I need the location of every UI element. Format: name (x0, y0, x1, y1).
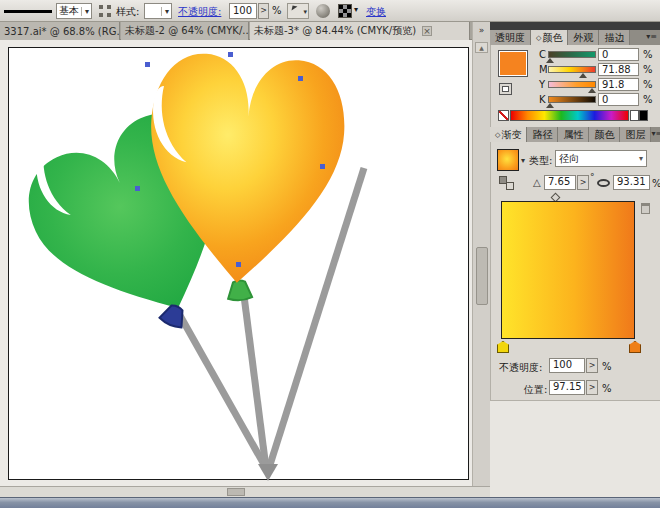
tab-stroke[interactable]: 描边 (599, 30, 630, 45)
tab-attributes[interactable]: 属性 (558, 127, 589, 142)
stroke-preview (4, 10, 52, 13)
transform-link[interactable]: 变换 (366, 5, 386, 19)
document-tab-label: 未标题-3* @ 84.44% (CMYK/预览) (254, 24, 416, 38)
angle-icon: △ (533, 177, 541, 188)
cyan-slider[interactable] (548, 51, 596, 58)
document-tab-label: 未标题-2 @ 64% (CMYK/... (125, 24, 249, 38)
tab-transparency[interactable]: 透明度 (490, 30, 531, 45)
vertical-scroll-up-arrow[interactable]: ▲ (475, 42, 488, 53)
slider-thumb[interactable] (546, 103, 554, 108)
panel-cycle-icon: ◇ (536, 34, 541, 42)
gradient-thumbnail[interactable] (497, 149, 519, 171)
style-dropdown[interactable]: ▾ (144, 3, 172, 19)
reference-point-icon[interactable] (338, 4, 352, 18)
control-bar: 基本 ▾ 样式: ▾ 不透明度: 100 > % ▾ ▾ 变换 (0, 0, 660, 22)
chevron-down-icon: ▾ (161, 7, 169, 16)
magenta-slider[interactable] (548, 66, 596, 73)
document-tab-1[interactable]: 3317.ai* @ 68.8% (RG... × (0, 22, 120, 40)
color-panel-body: C 0 % M 71.88 % Y 91.8 % K 0 % (490, 45, 660, 127)
gradient-slider-bar[interactable] (501, 201, 635, 339)
sticks-junction (258, 464, 278, 481)
document-tab-2[interactable]: 未标题-2 @ 64% (CMYK/... × (121, 22, 249, 40)
slider-row-k: K 0 % (491, 93, 660, 108)
slider-row-c: C 0 % (491, 48, 660, 63)
status-bar (0, 497, 660, 508)
opacity-unit: % (272, 5, 282, 16)
type-label: 类型: (529, 154, 552, 168)
vertical-scrollbar-thumb[interactable] (476, 247, 488, 305)
tab-layers[interactable]: 图层 (620, 127, 651, 142)
black-value[interactable]: 0 (598, 93, 639, 106)
none-swatch[interactable] (498, 110, 509, 121)
chevron-down-icon: ▾ (639, 154, 643, 163)
gradient-type-select[interactable]: 径向 ▾ (555, 150, 647, 167)
document-tab-3-active[interactable]: 未标题-3* @ 84.44% (CMYK/预览) × (250, 22, 470, 40)
chevron-down-icon[interactable]: ▾ (521, 156, 525, 165)
cyan-value[interactable]: 0 (598, 48, 639, 61)
delete-stop-icon[interactable] (641, 203, 650, 214)
color-panel-tabs: 透明度 ◇ 颜色 外观 描边 ▾≡ (490, 30, 660, 45)
green-knot[interactable] (227, 280, 252, 301)
aspect-ratio-icon (597, 179, 610, 187)
stop-opacity-input[interactable]: 100 (549, 358, 585, 373)
close-icon[interactable]: × (422, 26, 432, 36)
yellow-value[interactable]: 91.8 (598, 78, 639, 91)
white-swatch[interactable] (630, 110, 639, 121)
select-similar-icon[interactable] (99, 5, 111, 17)
horizontal-scrollbar[interactable] (0, 486, 490, 497)
recolor-artwork-icon[interactable] (316, 4, 330, 18)
stop-opacity-label: 不透明度: (499, 361, 542, 375)
chevron-down-icon: ▾ (303, 8, 307, 16)
canvas-area[interactable] (0, 40, 472, 486)
magenta-value[interactable]: 71.88 (598, 63, 639, 76)
stop-opacity-spinner[interactable]: > (586, 358, 598, 373)
aspect-ratio-input[interactable]: 93.31 (613, 175, 650, 190)
dock-strip: » ▲ (472, 22, 490, 486)
tab-gradient[interactable]: ◇ 渐变 (490, 127, 527, 142)
gradient-stop-yellow[interactable] (497, 341, 509, 353)
gradient-stop-orange[interactable] (629, 341, 641, 353)
gradient-panel-tabs: ◇ 渐变 路径 属性 颜色 图层 ▾≡ (490, 127, 660, 142)
tab-appearance[interactable]: 外观 (568, 30, 599, 45)
slider-row-m: M 71.88 % (491, 63, 660, 78)
opacity-spinner[interactable]: > (258, 3, 269, 19)
gradient-angle-input[interactable]: 7.65 (544, 175, 576, 190)
opacity-input[interactable]: 100 (229, 3, 257, 19)
horizontal-scrollbar-thumb[interactable] (227, 488, 245, 496)
document-tabbar: 3317.ai* @ 68.8% (RG... × 未标题-2 @ 64% (C… (0, 22, 472, 40)
black-slider[interactable] (548, 96, 596, 103)
panel-menu-icon[interactable]: ▾≡ (646, 30, 660, 45)
slider-row-y: Y 91.8 % (491, 78, 660, 93)
angle-spinner[interactable]: > (577, 175, 589, 190)
gradient-panel-body: ▾ 类型: 径向 ▾ △ 7.65 > ° 93.31 % 不透明度: 100 … (490, 142, 660, 400)
artwork-svg (0, 40, 472, 486)
style-label: 样式: (116, 5, 139, 19)
stop-position-spinner[interactable]: > (586, 380, 598, 395)
panel-cycle-icon: ◇ (495, 131, 500, 139)
gradient-type-value: 径向 (559, 152, 579, 166)
chevron-down-icon[interactable]: ▾ (354, 5, 358, 14)
dock-collapse-button[interactable]: » (474, 25, 489, 37)
stop-position-label: 位置: (524, 383, 547, 397)
document-tab-label: 3317.ai* @ 68.8% (RG... (4, 26, 120, 37)
degree-symbol: ° (590, 172, 595, 182)
panel-menu-icon[interactable]: ▾≡ (651, 127, 660, 142)
stop-position-input[interactable]: 97.15 (549, 380, 585, 395)
yellow-slider[interactable] (548, 81, 596, 88)
tab-pathfinder[interactable]: 路径 (527, 127, 558, 142)
tab-color2[interactable]: 颜色 (589, 127, 620, 142)
black-swatch[interactable] (639, 110, 648, 121)
brush-preset-dropdown[interactable]: 基本 ▾ (56, 3, 92, 19)
brush-preset-value: 基本 (59, 4, 79, 18)
tab-color[interactable]: ◇ 颜色 (531, 30, 568, 45)
panel-group-header (490, 22, 660, 30)
opacity-link[interactable]: 不透明度: (178, 5, 221, 19)
color-spectrum-bar[interactable] (510, 110, 629, 121)
dock-empty-area (490, 400, 660, 497)
selection-tool-options-icon[interactable]: ▾ (287, 3, 309, 19)
chevron-down-icon: ▾ (81, 7, 89, 16)
reverse-gradient-icon[interactable] (499, 176, 516, 191)
